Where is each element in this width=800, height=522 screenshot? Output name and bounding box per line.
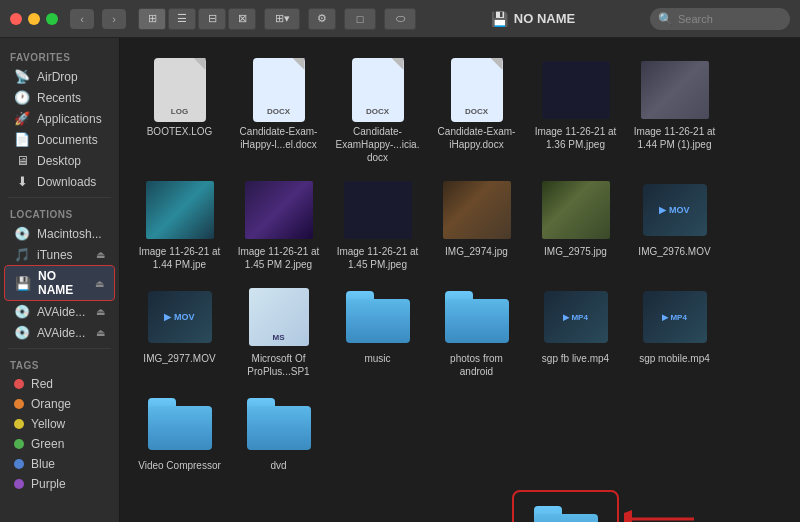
file-name: Candidate-Exam-iHappy-l...el.docx <box>235 125 322 151</box>
avaide2-icon: 💿 <box>14 325 30 340</box>
file-sgp-mob[interactable]: ▶ MP4 sgp mobile.mp4 <box>627 281 722 384</box>
column-view-button[interactable]: ⊟ <box>198 8 226 30</box>
file-thumb <box>342 287 414 347</box>
file-thumb <box>243 180 315 240</box>
file-thumb: LOG <box>144 60 216 120</box>
file-img3[interactable]: Image 11-26-21 at 1.44 PM.jpe <box>132 174 227 277</box>
file-name: Image 11-26-21 at 1.45 PM.jpeg <box>334 245 421 271</box>
file-msoffice[interactable]: MS Microsoft Of ProPlus...SP1 <box>231 281 326 384</box>
minimize-button[interactable] <box>28 13 40 25</box>
sidebar-item-noname[interactable]: 💾 NO NAME ⏏ <box>4 265 115 301</box>
sidebar-item-tag-yellow[interactable]: Yellow <box>4 414 115 434</box>
search-icon: 🔍 <box>658 12 673 26</box>
file-thumb <box>342 180 414 240</box>
orange-tag-dot <box>14 399 24 409</box>
sidebar-item-recents[interactable]: 🕐 Recents <box>4 87 115 108</box>
file-bootex[interactable]: LOG BOOTEX.LOG <box>132 54 227 170</box>
file-name: Microsoft Of ProPlus...SP1 <box>235 352 322 378</box>
file-img2976[interactable]: ▶ MOV IMG_2976.MOV <box>627 174 722 277</box>
file-name: photos from android <box>433 352 520 378</box>
share-button[interactable]: □ <box>344 8 376 30</box>
search-placeholder: Search <box>678 13 713 25</box>
file-cand1[interactable]: DOCX Candidate-Exam-iHappy-l...el.docx <box>231 54 326 170</box>
file-name: IMG_2975.jpg <box>544 245 607 258</box>
folder-icon <box>247 398 311 450</box>
sidebar-item-tag-purple[interactable]: Purple <box>4 474 115 494</box>
gallery-view-button[interactable]: ⊠ <box>228 8 256 30</box>
file-dvd-files[interactable]: DVD files <box>518 496 613 522</box>
applications-icon: 🚀 <box>14 111 30 126</box>
file-thumb: ▶ MOV <box>144 287 216 347</box>
file-thumb <box>639 60 711 120</box>
action-button[interactable]: ⚙ <box>308 8 336 30</box>
sidebar-item-label: Desktop <box>37 154 81 168</box>
file-name: BOOTEX.LOG <box>147 125 213 138</box>
recents-icon: 🕐 <box>14 90 30 105</box>
ms-icon: MS <box>249 288 309 346</box>
eject-icon-avaide1[interactable]: ⏏ <box>96 306 105 317</box>
eject-icon[interactable]: ⏏ <box>96 249 105 260</box>
eject-icon-noname[interactable]: ⏏ <box>95 278 104 289</box>
favorites-label: Favorites <box>0 46 119 66</box>
tags-label: Tags <box>0 354 119 374</box>
sidebar-item-label: Documents <box>37 133 98 147</box>
list-view-button[interactable]: ☰ <box>168 8 196 30</box>
folder-icon <box>346 291 410 343</box>
title-text: NO NAME <box>514 11 575 26</box>
file-name: IMG_2977.MOV <box>143 352 215 365</box>
file-dvd[interactable]: dvd <box>231 388 326 478</box>
file-thumb <box>243 394 315 454</box>
file-img5[interactable]: Image 11-26-21 at 1.45 PM.jpeg <box>330 174 425 277</box>
back-button[interactable]: ‹ <box>70 9 94 29</box>
file-sgp-fb[interactable]: ▶ MP4 sgp fb live.mp4 <box>528 281 623 384</box>
sidebar-item-label: Macintosh... <box>37 227 102 241</box>
sidebar-item-label: AVAide... <box>37 326 85 340</box>
file-name: Image 11-26-21 at 1.44 PM.jpe <box>136 245 223 271</box>
file-cand2[interactable]: DOCX Candidate-ExamHappy-...icia.docx <box>330 54 425 170</box>
documents-icon: 📄 <box>14 132 30 147</box>
sidebar-item-tag-red[interactable]: Red <box>4 374 115 394</box>
file-img4[interactable]: Image 11-26-21 at 1.45 PM 2.jpeg <box>231 174 326 277</box>
tag-button[interactable]: ⬭ <box>384 8 416 30</box>
sidebar-item-avaide2[interactable]: 💿 AVAide... ⏏ <box>4 322 115 343</box>
sidebar-item-desktop[interactable]: 🖥 Desktop <box>4 150 115 171</box>
file-name: Video Compressor <box>138 459 221 472</box>
eject-icon-avaide2[interactable]: ⏏ <box>96 327 105 338</box>
file-img1[interactable]: Image 11-26-21 at 1.36 PM.jpeg <box>528 54 623 170</box>
sidebar-item-airdrop[interactable]: 📡 AirDrop <box>4 66 115 87</box>
search-box[interactable]: 🔍 Search <box>650 8 790 30</box>
noname-icon: 💾 <box>15 276 31 291</box>
sidebar-item-tag-blue[interactable]: Blue <box>4 454 115 474</box>
sidebar-item-itunes[interactable]: 🎵 iTunes ⏏ <box>4 244 115 265</box>
file-img2[interactable]: Image 11-26-21 at 1.44 PM (1).jpeg <box>627 54 722 170</box>
docx-icon: DOCX <box>451 58 503 122</box>
file-img2977[interactable]: ▶ MOV IMG_2977.MOV <box>132 281 227 384</box>
sidebar-item-macintosh[interactable]: 💿 Macintosh... <box>4 223 115 244</box>
file-thumb: ▶ MP4 <box>639 287 711 347</box>
file-vidcomp[interactable]: Video Compressor <box>132 388 227 478</box>
sidebar-item-documents[interactable]: 📄 Documents <box>4 129 115 150</box>
window-title: 💾 NO NAME <box>424 11 642 27</box>
dvd-files-highlight-wrapper: DVD files <box>512 490 619 522</box>
forward-button[interactable]: › <box>102 9 126 29</box>
close-button[interactable] <box>10 13 22 25</box>
highlight-border: DVD files <box>512 490 619 522</box>
file-grid: LOG BOOTEX.LOG DOCX Candidate-Exam-iHapp… <box>132 54 788 478</box>
sidebar-item-tag-orange[interactable]: Orange <box>4 394 115 414</box>
sidebar-item-avaide1[interactable]: 💿 AVAide... ⏏ <box>4 301 115 322</box>
dvd-files-row: DVD files <box>132 490 788 522</box>
main-layout: Favorites 📡 AirDrop 🕐 Recents 🚀 Applicat… <box>0 38 800 522</box>
file-img2974[interactable]: IMG_2974.jpg <box>429 174 524 277</box>
sidebar-item-tag-green[interactable]: Green <box>4 434 115 454</box>
file-cand3[interactable]: DOCX Candidate-Exam-iHappy.docx <box>429 54 524 170</box>
file-thumb <box>441 180 513 240</box>
group-button[interactable]: ⊞▾ <box>264 8 300 30</box>
file-photos[interactable]: photos from android <box>429 281 524 384</box>
file-music[interactable]: music <box>330 281 425 384</box>
sidebar-item-applications[interactable]: 🚀 Applications <box>4 108 115 129</box>
icon-view-button[interactable]: ⊞ <box>138 8 166 30</box>
fullscreen-button[interactable] <box>46 13 58 25</box>
sidebar-item-downloads[interactable]: ⬇ Downloads <box>4 171 115 192</box>
traffic-lights <box>10 13 58 25</box>
file-img2975[interactable]: IMG_2975.jpg <box>528 174 623 277</box>
